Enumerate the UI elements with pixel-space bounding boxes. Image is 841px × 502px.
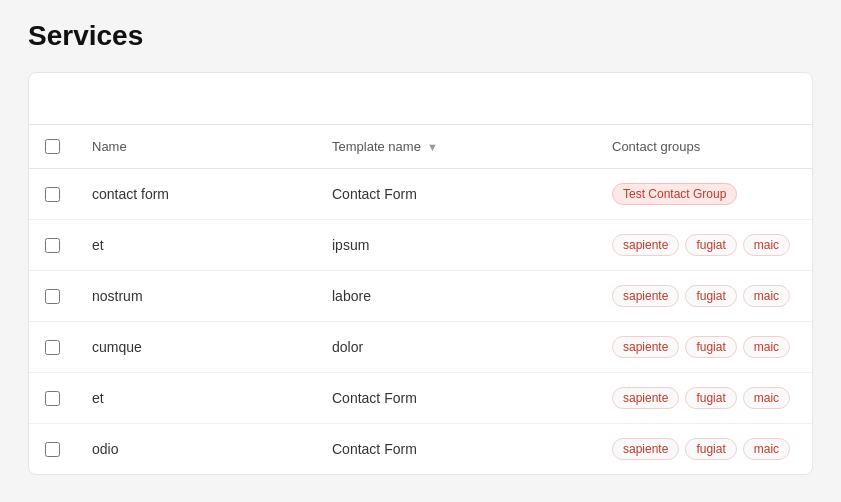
row-name: odio: [76, 424, 316, 475]
row-template: Contact Form: [316, 424, 596, 475]
row-contact-groups: Test Contact Group: [596, 169, 812, 220]
row-checkbox[interactable]: [45, 340, 60, 355]
row-name: et: [76, 220, 316, 271]
tags-container: sapientefugiatmaic: [612, 387, 796, 409]
tag: fugiat: [685, 438, 736, 460]
header-contact-groups: Contact groups: [596, 125, 812, 169]
tag: maic: [743, 438, 790, 460]
row-template: dolor: [316, 322, 596, 373]
row-template: ipsum: [316, 220, 596, 271]
table-row: contact formContact FormTest Contact Gro…: [29, 169, 812, 220]
table-wrapper: Name Template name ▼ Contact groups cont…: [28, 72, 813, 475]
table-row: cumquedolorsapientefugiatmaic: [29, 322, 812, 373]
tags-container: sapientefugiatmaic: [612, 285, 796, 307]
row-template: Contact Form: [316, 169, 596, 220]
row-checkbox-cell: [29, 271, 76, 322]
row-checkbox-cell: [29, 322, 76, 373]
header-template[interactable]: Template name ▼: [316, 125, 596, 169]
row-checkbox[interactable]: [45, 187, 60, 202]
row-checkbox[interactable]: [45, 442, 60, 457]
select-all-checkbox[interactable]: [45, 139, 60, 154]
row-checkbox-cell: [29, 424, 76, 475]
tag: fugiat: [685, 336, 736, 358]
row-name: nostrum: [76, 271, 316, 322]
tag: sapiente: [612, 438, 679, 460]
row-checkbox[interactable]: [45, 289, 60, 304]
header-checkbox-col: [29, 125, 76, 169]
row-contact-groups: sapientefugiatmaic: [596, 322, 812, 373]
table-row: etipsumsapientefugiatmaic: [29, 220, 812, 271]
tag: fugiat: [685, 234, 736, 256]
row-name: cumque: [76, 322, 316, 373]
page-title: Services: [28, 20, 813, 52]
tag: fugiat: [685, 285, 736, 307]
tag: sapiente: [612, 285, 679, 307]
toolbar: [29, 73, 812, 125]
table-row: etContact Formsapientefugiatmaic: [29, 373, 812, 424]
table-row: nostrumlaboresapientefugiatmaic: [29, 271, 812, 322]
sort-icon: ▼: [427, 141, 438, 153]
row-checkbox-cell: [29, 169, 76, 220]
tag: fugiat: [685, 387, 736, 409]
row-template: labore: [316, 271, 596, 322]
tag: sapiente: [612, 336, 679, 358]
tags-container: sapientefugiatmaic: [612, 336, 796, 358]
tags-container: Test Contact Group: [612, 183, 796, 205]
table-header: Name Template name ▼ Contact groups: [29, 125, 812, 169]
row-contact-groups: sapientefugiatmaic: [596, 271, 812, 322]
tag: sapiente: [612, 387, 679, 409]
table-body: contact formContact FormTest Contact Gro…: [29, 169, 812, 475]
tag: Test Contact Group: [612, 183, 737, 205]
row-checkbox[interactable]: [45, 238, 60, 253]
row-contact-groups: sapientefugiatmaic: [596, 424, 812, 475]
row-contact-groups: sapientefugiatmaic: [596, 373, 812, 424]
row-name: contact form: [76, 169, 316, 220]
row-template: Contact Form: [316, 373, 596, 424]
tag: maic: [743, 285, 790, 307]
tag: maic: [743, 336, 790, 358]
page-container: Services Name Template name: [0, 0, 841, 502]
row-name: et: [76, 373, 316, 424]
row-checkbox-cell: [29, 373, 76, 424]
table-row: odioContact Formsapientefugiatmaic: [29, 424, 812, 475]
row-checkbox-cell: [29, 220, 76, 271]
tags-container: sapientefugiatmaic: [612, 234, 796, 256]
header-name: Name: [76, 125, 316, 169]
tag: maic: [743, 234, 790, 256]
row-contact-groups: sapientefugiatmaic: [596, 220, 812, 271]
tag: maic: [743, 387, 790, 409]
row-checkbox[interactable]: [45, 391, 60, 406]
tag: sapiente: [612, 234, 679, 256]
services-table: Name Template name ▼ Contact groups cont…: [29, 125, 812, 474]
tags-container: sapientefugiatmaic: [612, 438, 796, 460]
